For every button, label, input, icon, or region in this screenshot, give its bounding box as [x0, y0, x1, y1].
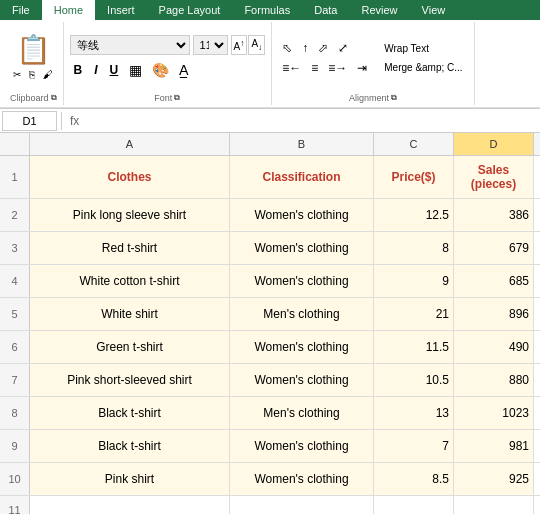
cell-4-a[interactable]: White cotton t-shirt — [30, 265, 230, 297]
cell-7-a[interactable]: Pink short-sleeved shirt — [30, 364, 230, 396]
row-1-num[interactable]: 1 — [0, 156, 30, 198]
tab-view[interactable]: View — [410, 0, 458, 20]
cell-2-c[interactable]: 12.5 — [374, 199, 454, 231]
cut-button[interactable]: ✂ — [10, 67, 24, 82]
header-cell-c[interactable]: Price($) — [374, 156, 454, 198]
merge-button[interactable]: Merge &amp; C... — [379, 60, 467, 75]
cell-8-b[interactable]: Men's clothing — [230, 397, 374, 429]
cell-5-a[interactable]: White shirt — [30, 298, 230, 330]
empty-cell-d[interactable] — [454, 496, 534, 514]
formula-input[interactable] — [83, 114, 538, 128]
cell-8-c[interactable]: 13 — [374, 397, 454, 429]
empty-cell-c[interactable] — [374, 496, 454, 514]
paste-area: 📋 ✂ ⎘ 🖌 — [10, 33, 56, 82]
tab-file[interactable]: File — [0, 0, 42, 20]
cell-7-c[interactable]: 10.5 — [374, 364, 454, 396]
header-cell-d[interactable]: Sales (pieces) — [454, 156, 534, 198]
orientation-button[interactable]: ⤢ — [334, 39, 352, 57]
underline-button[interactable]: U — [106, 61, 123, 79]
cell-6-d[interactable]: 490 — [454, 331, 534, 363]
font-decrease-button[interactable]: A↓ — [248, 35, 265, 55]
row-10-num[interactable]: 10 — [0, 463, 30, 495]
row-5-num[interactable]: 5 — [0, 298, 30, 330]
align-top-left-button[interactable]: ⬁ — [278, 39, 296, 57]
bold-button[interactable]: B — [70, 61, 87, 79]
tab-home[interactable]: Home — [42, 0, 95, 20]
row-8-num[interactable]: 8 — [0, 397, 30, 429]
cell-6-b[interactable]: Women's clothing — [230, 331, 374, 363]
cell-5-d[interactable]: 896 — [454, 298, 534, 330]
row-6-num[interactable]: 6 — [0, 331, 30, 363]
cell-7-b[interactable]: Women's clothing — [230, 364, 374, 396]
align-center-button[interactable]: ≡ — [307, 59, 322, 77]
font-increase-button[interactable]: A↑ — [231, 35, 248, 55]
italic-button[interactable]: I — [90, 61, 101, 79]
data-row-7: 7 Pink short-sleeved shirt Women's cloth… — [0, 364, 540, 397]
align-top-right-button[interactable]: ⬀ — [314, 39, 332, 57]
cell-3-c[interactable]: 8 — [374, 232, 454, 264]
cell-2-a[interactable]: Pink long sleeve shirt — [30, 199, 230, 231]
paste-button[interactable]: 📋 — [16, 33, 51, 66]
cell-2-b[interactable]: Women's clothing — [230, 199, 374, 231]
cell-2-d[interactable]: 386 — [454, 199, 534, 231]
tab-formulas[interactable]: Formulas — [232, 0, 302, 20]
alignment-expand[interactable]: ⧉ — [391, 93, 397, 103]
border-button[interactable]: ▦ — [126, 60, 145, 80]
cell-9-c[interactable]: 7 — [374, 430, 454, 462]
tab-review[interactable]: Review — [349, 0, 409, 20]
cell-10-c[interactable]: 8.5 — [374, 463, 454, 495]
tab-insert[interactable]: Insert — [95, 0, 147, 20]
cell-3-b[interactable]: Women's clothing — [230, 232, 374, 264]
cell-7-d[interactable]: 880 — [454, 364, 534, 396]
row-9-num[interactable]: 9 — [0, 430, 30, 462]
cell-6-a[interactable]: Green t-shirt — [30, 331, 230, 363]
font-size-select[interactable]: 11 — [193, 35, 228, 55]
align-right-button[interactable]: ≡→ — [324, 59, 351, 77]
empty-cell-a[interactable] — [30, 496, 230, 514]
header-cell-a[interactable]: Clothes — [30, 156, 230, 198]
col-header-d[interactable]: D — [454, 133, 534, 155]
col-header-a[interactable]: A — [30, 133, 230, 155]
cell-3-a[interactable]: Red t-shirt — [30, 232, 230, 264]
cell-9-d[interactable]: 981 — [454, 430, 534, 462]
tab-data[interactable]: Data — [302, 0, 349, 20]
cell-9-b[interactable]: Women's clothing — [230, 430, 374, 462]
font-family-select[interactable]: 等线 — [70, 35, 190, 55]
row-7-num[interactable]: 7 — [0, 364, 30, 396]
column-headers: A B C D — [0, 133, 540, 156]
row-11-num[interactable]: 11 — [0, 496, 30, 514]
font-expand[interactable]: ⧉ — [174, 93, 180, 103]
row-2-num[interactable]: 2 — [0, 199, 30, 231]
indent-button[interactable]: ⇥ — [353, 59, 371, 77]
cell-4-c[interactable]: 9 — [374, 265, 454, 297]
align-top-center-button[interactable]: ↑ — [298, 39, 312, 57]
row-3-num[interactable]: 3 — [0, 232, 30, 264]
col-header-b[interactable]: B — [230, 133, 374, 155]
cell-8-a[interactable]: Black t-shirt — [30, 397, 230, 429]
format-painter-button[interactable]: 🖌 — [40, 67, 56, 82]
fill-color-button[interactable]: 🎨 — [149, 60, 172, 80]
col-header-c[interactable]: C — [374, 133, 454, 155]
clipboard-expand[interactable]: ⧉ — [51, 93, 57, 103]
cell-10-d[interactable]: 925 — [454, 463, 534, 495]
cell-10-a[interactable]: Pink shirt — [30, 463, 230, 495]
cell-reference-input[interactable] — [2, 111, 57, 131]
font-color-button[interactable]: A̲ — [176, 60, 192, 80]
copy-button[interactable]: ⎘ — [26, 67, 38, 82]
tab-page-layout[interactable]: Page Layout — [147, 0, 233, 20]
cell-5-b[interactable]: Men's clothing — [230, 298, 374, 330]
cell-5-c[interactable]: 21 — [374, 298, 454, 330]
wrap-text-button[interactable]: Wrap Text — [379, 41, 467, 56]
cell-6-c[interactable]: 11.5 — [374, 331, 454, 363]
cell-8-d[interactable]: 1023 — [454, 397, 534, 429]
fx-label: fx — [66, 114, 83, 128]
align-left-button[interactable]: ≡← — [278, 59, 305, 77]
empty-cell-b[interactable] — [230, 496, 374, 514]
cell-4-d[interactable]: 685 — [454, 265, 534, 297]
row-4-num[interactable]: 4 — [0, 265, 30, 297]
cell-10-b[interactable]: Women's clothing — [230, 463, 374, 495]
cell-9-a[interactable]: Black t-shirt — [30, 430, 230, 462]
header-cell-b[interactable]: Classification — [230, 156, 374, 198]
cell-3-d[interactable]: 679 — [454, 232, 534, 264]
cell-4-b[interactable]: Women's clothing — [230, 265, 374, 297]
